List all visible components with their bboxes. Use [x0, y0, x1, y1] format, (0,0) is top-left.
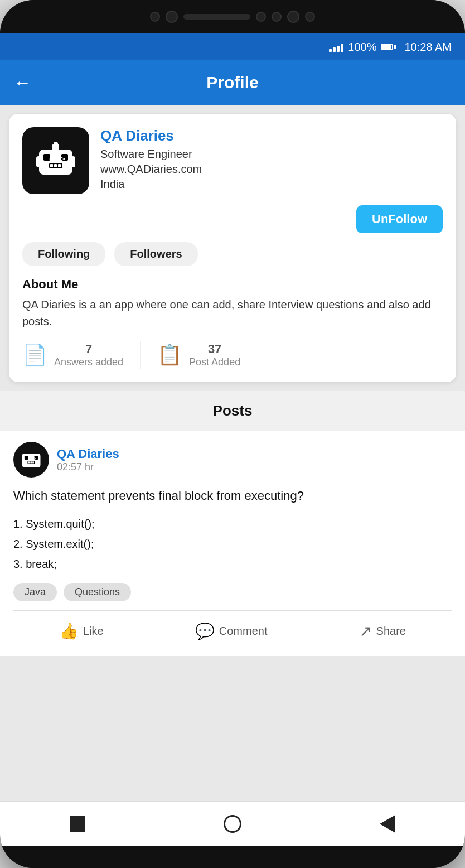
camera-dot-3 — [272, 12, 282, 22]
robot-avatar-icon: </> — [33, 138, 78, 183]
svg-rect-18 — [30, 461, 32, 463]
time-display: 10:28 AM — [404, 41, 452, 54]
svg-rect-19 — [32, 461, 34, 463]
profile-country: India — [100, 178, 443, 191]
unfollow-button[interactable]: UnFollow — [356, 205, 443, 233]
option-1: 1. System.quit(); — [13, 514, 452, 534]
signal-icon — [329, 42, 343, 52]
profile-website: www.QADiaries.com — [100, 163, 443, 176]
stats-row: 📄 7 Answers added 📋 37 Post Added — [22, 341, 443, 369]
post-card: </> QA Diaries 02:57 hr Which statement … — [0, 431, 465, 656]
home-circle-icon — [224, 815, 241, 833]
battery-icon — [381, 44, 396, 50]
svg-rect-5 — [54, 164, 57, 167]
profile-role: Software Engineer — [100, 148, 443, 161]
nav-bar — [0, 801, 465, 846]
svg-point-9 — [54, 142, 58, 146]
posts-section-header: Posts — [0, 391, 465, 431]
camera-dot — [150, 12, 160, 22]
answers-count: 7 — [54, 342, 123, 356]
share-icon: ↗ — [359, 622, 372, 640]
home-square-icon — [70, 816, 85, 832]
post-avatar-icon: </> — [19, 447, 43, 472]
post-header: </> QA Diaries 02:57 hr — [13, 442, 452, 478]
profile-card: </> QA Diaries Software Engineer www.QAD… — [9, 114, 456, 382]
like-button[interactable]: 👍 Like — [59, 622, 104, 640]
svg-text:</>: </> — [49, 153, 65, 164]
profile-actions: Following Followers — [22, 242, 443, 266]
post-options: 1. System.quit(); 2. System.exit(); 3. b… — [13, 514, 452, 574]
about-title: About Me — [22, 277, 443, 292]
page-title: Profile — [42, 73, 423, 92]
signal-bar-3 — [337, 46, 340, 52]
answers-label: Answers added — [54, 356, 123, 368]
comment-icon: 💬 — [195, 622, 215, 640]
post-author-name: QA Diaries — [57, 447, 119, 461]
posts-icon: 📋 — [157, 343, 182, 367]
back-triangle-icon — [380, 815, 395, 833]
nav-home-button[interactable] — [66, 813, 89, 835]
followers-button[interactable]: Followers — [114, 242, 197, 266]
camera-dot-4 — [287, 11, 299, 23]
speaker — [183, 14, 250, 20]
post-author-info: QA Diaries 02:57 hr — [57, 447, 119, 473]
svg-rect-11 — [71, 156, 75, 167]
stats-divider — [140, 341, 141, 369]
share-button[interactable]: ↗ Share — [359, 622, 406, 640]
posts-count: 37 — [189, 342, 240, 356]
avatar: </> — [22, 127, 89, 194]
post-question: Which statement prevents final block fro… — [13, 486, 452, 505]
svg-rect-4 — [50, 164, 53, 167]
tag-java[interactable]: Java — [13, 583, 57, 601]
posts-label: Post Added — [189, 356, 240, 368]
answers-icon: 📄 — [22, 343, 47, 367]
comment-label: Comment — [219, 625, 268, 638]
like-label: Like — [83, 625, 104, 638]
camera-dot-2 — [256, 12, 266, 22]
profile-name: QA Diaries — [100, 127, 443, 144]
post-time: 02:57 hr — [57, 461, 119, 473]
svg-rect-17 — [28, 461, 30, 463]
option-2: 2. System.exit(); — [13, 534, 452, 554]
option-3: 3. break; — [13, 554, 452, 574]
content-area: </> QA Diaries Software Engineer www.QAD… — [0, 105, 465, 801]
about-text: QA Diaries is a an app where one can add… — [22, 296, 443, 330]
post-tags: Java Questions — [13, 583, 452, 601]
posts-stat: 📋 37 Post Added — [157, 342, 240, 368]
svg-rect-10 — [36, 156, 41, 167]
following-button[interactable]: Following — [22, 242, 105, 266]
camera-main — [166, 11, 178, 23]
phone-bottom — [0, 846, 465, 868]
svg-text:</>: </> — [27, 456, 36, 461]
profile-info: QA Diaries Software Engineer www.QADiari… — [100, 127, 443, 191]
about-section: About Me QA Diaries is a an app where on… — [22, 277, 443, 330]
phone-notch — [0, 0, 465, 33]
back-button[interactable]: ← — [13, 73, 31, 93]
camera-dot-5 — [305, 12, 315, 22]
signal-bar-1 — [329, 49, 332, 52]
phone-frame: 100% 10:28 AM ← Profile — [0, 0, 465, 868]
app-bar: ← Profile — [0, 60, 465, 105]
status-bar: 100% 10:28 AM — [0, 33, 465, 60]
svg-rect-6 — [58, 164, 61, 167]
signal-bar-4 — [341, 44, 343, 52]
post-divider — [13, 610, 452, 611]
tag-questions[interactable]: Questions — [64, 583, 131, 601]
signal-bar-2 — [333, 47, 336, 52]
nav-home-circle-button[interactable] — [221, 813, 244, 835]
answers-stat: 📄 7 Answers added — [22, 342, 123, 368]
share-label: Share — [376, 625, 406, 638]
post-actions-row: 👍 Like 💬 Comment ↗ Share — [13, 618, 452, 645]
posts-header-text: Posts — [213, 402, 253, 419]
profile-top: </> QA Diaries Software Engineer www.QAD… — [22, 127, 443, 194]
comment-button[interactable]: 💬 Comment — [195, 622, 268, 640]
battery-percent: 100% — [348, 41, 376, 54]
post-avatar: </> — [13, 442, 49, 478]
nav-back-button[interactable] — [376, 813, 399, 835]
like-icon: 👍 — [59, 622, 79, 640]
